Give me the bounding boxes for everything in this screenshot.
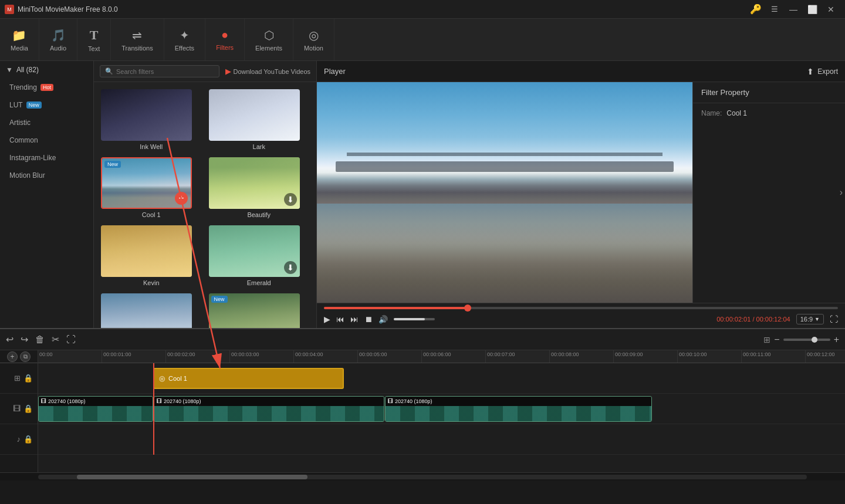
cut-button[interactable]: ✂: [52, 334, 59, 345]
property-name-row: Name: Cool 1: [693, 103, 845, 123]
cool1-new-badge: New: [104, 161, 121, 168]
stop-button[interactable]: ⏹: [364, 314, 373, 324]
properties-expand-chevron[interactable]: ›: [837, 185, 845, 200]
filter-clip-icon: ◎: [159, 374, 165, 383]
close-button[interactable]: ✕: [822, 2, 840, 16]
filter-cool[interactable]: Cool: [97, 290, 205, 328]
filter-clip-label: Cool 1: [168, 375, 187, 382]
filter-cool1[interactable]: New + Cool 1: [97, 154, 205, 222]
beautify-dl-btn[interactable]: ⬇: [284, 193, 297, 206]
undo-button[interactable]: ↩: [6, 334, 13, 345]
sidebar-item-motionblur[interactable]: Motion Blur: [0, 167, 93, 184]
audio-track-icon: ♪: [17, 435, 21, 444]
video-container: [317, 82, 692, 303]
progress-bar[interactable]: [324, 307, 838, 309]
video-track-left: 🎞 🔒: [0, 394, 38, 424]
key-icon: 🔑: [750, 4, 762, 15]
trending-label: Trending: [9, 83, 37, 92]
volume-slider[interactable]: [394, 318, 435, 320]
play-button[interactable]: ▶: [324, 314, 330, 324]
video-clip-3[interactable]: 🎞 202740 (1080p): [385, 396, 652, 422]
emerald-dl-btn[interactable]: ⬇: [284, 261, 297, 274]
all-filters-label: All (82): [16, 66, 39, 74]
grid-icon: ⊞: [763, 335, 770, 344]
filter-ink-well[interactable]: Ink Well: [97, 86, 205, 154]
zoom-controls: ⊞ − +: [763, 334, 839, 345]
export-label: Export: [817, 67, 838, 76]
elements-label: Elements: [255, 45, 282, 52]
zoom-out-button[interactable]: −: [774, 334, 779, 345]
motion-label: Motion: [304, 45, 323, 52]
sidebar-item-trending[interactable]: Trending Hot: [0, 79, 93, 96]
export-button[interactable]: ⬆ Export: [807, 67, 838, 76]
filter-outdoor5[interactable]: New Outdoor action 5: [205, 290, 313, 328]
add-to-timeline-btn[interactable]: +: [175, 192, 188, 205]
filters-label: Filters: [216, 44, 234, 51]
delete-button[interactable]: 🗑: [35, 334, 45, 345]
filter-sidebar: ▼ All (82) Trending Hot LUT New Artistic…: [0, 61, 94, 328]
copy-track-button[interactable]: ⧉: [20, 351, 31, 362]
name-value: Cool 1: [726, 109, 747, 117]
all-filters-header[interactable]: ▼ All (82): [0, 61, 93, 79]
video-track-row: 🎞 202740 (1080p) 🎞 202740 (1080p): [38, 394, 845, 424]
minimize-button[interactable]: —: [784, 2, 803, 16]
sidebar-item-instagram[interactable]: Instagram-Like: [0, 149, 93, 167]
horizontal-scrollbar[interactable]: [38, 475, 807, 479]
filter-ink-well-label: Ink Well: [101, 143, 202, 150]
controls-row: ▶ ⏮ ⏭ ⏹ 🔊 00:00:02:01 / 00:00:12:04 16:9…: [324, 314, 838, 324]
export-icon: ⬆: [807, 67, 814, 76]
tool-audio[interactable]: 🎵 Audio: [39, 19, 77, 60]
audio-track-left: ♪ 🔒: [0, 424, 38, 455]
filter-track-icon: ⊞: [14, 374, 21, 383]
tool-effects[interactable]: ✦ Effects: [164, 19, 205, 60]
search-filters-input[interactable]: [116, 68, 214, 75]
maximize-button[interactable]: ⬜: [803, 2, 822, 16]
motion-icon: ◎: [309, 28, 319, 42]
filter-emerald-label: Emerald: [209, 279, 310, 286]
fullscreen-button[interactable]: ⛶: [830, 314, 838, 324]
filter-panel: 🔍 ▶ Download YouTube Videos Ink Well: [94, 61, 317, 328]
timeline-scrollbar[interactable]: [0, 472, 845, 481]
aspect-ratio-selector[interactable]: 16:9 ▼: [796, 314, 824, 324]
tool-motion[interactable]: ◎ Motion: [293, 19, 334, 60]
sidebar-item-common[interactable]: Common: [0, 131, 93, 149]
filter-emerald[interactable]: ⬇ Emerald: [205, 222, 313, 290]
youtube-label: Download YouTube Videos: [234, 68, 311, 75]
video-clip2-label: 202740 (1080p): [164, 398, 201, 404]
filter-kevin[interactable]: Kevin: [97, 222, 205, 290]
chevron-down-icon: ▼: [814, 316, 820, 322]
video-clip-1[interactable]: 🎞 202740 (1080p): [38, 396, 153, 422]
audio-label: Audio: [50, 45, 66, 52]
tool-elements[interactable]: ⬡ Elements: [245, 19, 293, 60]
tool-media[interactable]: 📁 Media: [0, 19, 39, 60]
sidebar-item-artistic[interactable]: Artistic: [0, 114, 93, 131]
menu-icon[interactable]: ☰: [766, 2, 783, 16]
zoom-in-button[interactable]: +: [834, 334, 839, 345]
sidebar-item-lut[interactable]: LUT New: [0, 96, 93, 114]
video-clip-2[interactable]: 🎞 202740 (1080p): [154, 396, 384, 422]
tool-transitions[interactable]: ⇌ Transitions: [111, 19, 164, 60]
redo-button[interactable]: ↪: [21, 334, 28, 345]
search-filters-box[interactable]: 🔍: [100, 65, 219, 77]
tool-filters[interactable]: ● Filters: [205, 19, 245, 60]
tool-text[interactable]: T Text: [77, 19, 111, 60]
toolbar: 📁 Media 🎵 Audio T Text ⇌ Transitions ✦ E…: [0, 19, 845, 61]
collapse-arrow: ▼: [6, 66, 13, 74]
transitions-icon: ⇌: [132, 28, 142, 42]
filter-beautify[interactable]: ⬇ Beautify: [205, 154, 313, 222]
artistic-label: Artistic: [9, 119, 31, 127]
crop-button[interactable]: ⛶: [66, 334, 76, 345]
filter-lark[interactable]: Lark: [205, 86, 313, 154]
skip-forward-button[interactable]: ⏭: [350, 314, 359, 324]
player-controls: ▶ ⏮ ⏭ ⏹ 🔊 00:00:02:01 / 00:00:12:04 16:9…: [317, 303, 845, 328]
media-label: Media: [11, 45, 28, 52]
elements-icon: ⬡: [264, 28, 274, 42]
zoom-slider[interactable]: [783, 339, 830, 341]
skip-back-button[interactable]: ⏮: [336, 314, 344, 324]
name-label: Name:: [701, 109, 722, 117]
filter-clip-cool1[interactable]: ◎ Cool 1: [153, 368, 344, 389]
progress-thumb: [464, 305, 471, 312]
add-track-button[interactable]: +: [7, 351, 18, 362]
text-icon: T: [90, 28, 99, 43]
youtube-download-btn[interactable]: ▶ Download YouTube Videos: [225, 67, 311, 76]
